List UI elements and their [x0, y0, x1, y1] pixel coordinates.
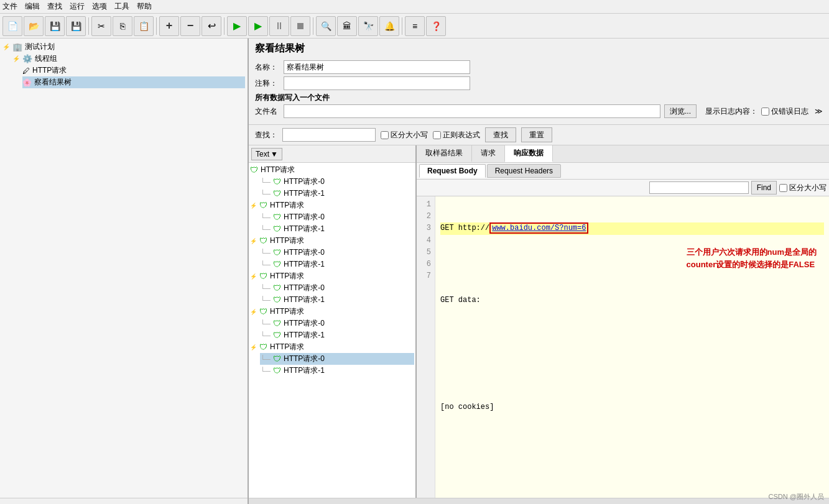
shield-icon: 🛡: [273, 177, 281, 186]
open-button[interactable]: 📂: [24, 16, 44, 36]
menu-tools[interactable]: 工具: [114, 1, 129, 12]
list-item[interactable]: └─ 🛡 HTTP请求-0: [260, 176, 414, 188]
content-find-button[interactable]: Find: [751, 181, 777, 195]
form-area: 察看结果树 名称： 注释： 所有数据写入一个文件 文件名 浏览... 显示日志内…: [249, 39, 829, 125]
shield-icon: 🛡: [273, 295, 281, 305]
list-item-label: HTTP请求: [270, 236, 304, 246]
shield-icon: 🛡: [259, 342, 267, 352]
tree-item-thread[interactable]: ⚡ ⚙️ 线程组: [12, 53, 245, 65]
content-find-input[interactable]: [649, 181, 749, 194]
error-only-checkbox-label[interactable]: 仅错误日志: [761, 106, 808, 117]
search2-button[interactable]: 🏛: [337, 16, 357, 36]
list-item[interactable]: └─ 🛡 HTTP请求-0: [260, 211, 414, 223]
content-case-label[interactable]: 区分大小写: [779, 183, 827, 193]
tab-request[interactable]: 请求: [472, 145, 505, 162]
code-line-5: [440, 366, 824, 378]
filename-input[interactable]: [284, 104, 660, 118]
error-only-label: 仅错误日志: [771, 106, 808, 117]
regex-label[interactable]: 正则表达式: [433, 130, 480, 140]
list-item[interactable]: └─ 🛡 HTTP请求-1: [260, 329, 414, 341]
case-sensitive-checkbox[interactable]: [381, 131, 389, 139]
connector-icon: └─: [260, 284, 271, 293]
pause-button[interactable]: ⏸: [269, 16, 289, 36]
tree-item-http[interactable]: 🖊 HTTP请求: [22, 65, 245, 76]
regex-checkbox[interactable]: [433, 131, 441, 139]
list-item-label: HTTP请求: [270, 271, 304, 282]
line-num-3: 3: [420, 222, 431, 234]
list-item-label: HTTP请求-1: [284, 259, 325, 270]
name-label: 名称：: [255, 62, 280, 73]
panel-title: 察看结果树: [255, 42, 823, 55]
run-all-button[interactable]: ▶: [248, 16, 268, 36]
list-item-selected[interactable]: └─ 🛡 HTTP请求-0: [260, 353, 414, 365]
list-item[interactable]: └─ 🛡 HTTP请求-1: [260, 188, 414, 199]
sub-tab-request-headers[interactable]: Request Headers: [487, 164, 561, 178]
shield-icon: 🛡: [259, 272, 267, 281]
help-button[interactable]: ❓: [426, 16, 446, 36]
connector-icon: └─: [260, 213, 271, 222]
list-item[interactable]: └─ 🛡 HTTP请求-0: [260, 282, 414, 294]
bell-button[interactable]: 🔔: [379, 16, 399, 36]
list-item[interactable]: └─ 🛡 HTTP请求-0: [260, 318, 414, 329]
list-item[interactable]: ⚡ 🛡 HTTP请求: [250, 306, 414, 318]
code-content: GET http://www.baidu.com/S?num=6 GET dat…: [435, 196, 829, 498]
shield-icon: 🛡: [273, 331, 281, 340]
list-button[interactable]: ≡: [405, 16, 425, 36]
tree-item-view-result[interactable]: 🌸 察看结果树: [22, 76, 245, 88]
binocular-button[interactable]: 🔭: [358, 16, 378, 36]
list-item-label: HTTP请求-0: [284, 247, 325, 258]
find-label: 查找：: [255, 130, 277, 140]
menu-edit[interactable]: 编辑: [25, 1, 40, 12]
find-input[interactable]: [282, 128, 376, 142]
list-item[interactable]: └─ 🛡 HTTP请求-1: [260, 365, 414, 377]
browse-button[interactable]: 浏览...: [664, 104, 697, 118]
menu-help[interactable]: 帮助: [137, 1, 152, 12]
connector-icon: └─: [260, 367, 271, 375]
list-item[interactable]: ⚡ 🛡 HTTP请求: [250, 199, 414, 211]
name-input[interactable]: [284, 60, 470, 74]
error-only-checkbox[interactable]: [761, 108, 769, 116]
search1-button[interactable]: 🔍: [316, 16, 336, 36]
list-item[interactable]: 🛡 HTTP请求: [250, 164, 414, 176]
text-dropdown[interactable]: Text ▼: [251, 148, 282, 160]
list-item[interactable]: └─ 🛡 HTTP请求-1: [260, 223, 414, 235]
watermark: CSDN @圈外人员: [769, 492, 824, 502]
list-item[interactable]: ⚡ 🛡 HTTP请求: [250, 235, 414, 247]
cut-button[interactable]: ✂: [91, 16, 111, 36]
new-button[interactable]: 📄: [2, 16, 22, 36]
shield-icon: 🛡: [273, 354, 281, 364]
menu-find[interactable]: 查找: [47, 1, 62, 12]
list-item[interactable]: ⚡ 🛡 HTTP请求: [250, 270, 414, 282]
menu-options[interactable]: 选项: [92, 1, 107, 12]
tree-item-plan[interactable]: ⚡ 🏢 测试计划: [2, 41, 245, 53]
code-line-6: [no cookies]: [440, 401, 824, 413]
sub-tab-request-body[interactable]: Request Body: [419, 164, 486, 178]
paste-button[interactable]: 📋: [134, 16, 154, 36]
save-as-button[interactable]: 💾: [66, 16, 86, 36]
bottom-scrollbar[interactable]: [249, 498, 829, 504]
list-item[interactable]: ⚡ 🛡 HTTP请求: [250, 341, 414, 353]
remove-button[interactable]: −: [180, 16, 200, 36]
run-button[interactable]: ▶: [227, 16, 247, 36]
menu-run[interactable]: 运行: [70, 1, 85, 12]
list-item-label: HTTP请求-0: [284, 283, 325, 293]
shield-icon: 🛡: [273, 224, 281, 234]
find-button[interactable]: 查找: [485, 127, 516, 142]
case-sensitive-label[interactable]: 区分大小写: [381, 130, 428, 140]
tab-response-data[interactable]: 响应数据: [505, 145, 553, 162]
comment-input[interactable]: [284, 76, 470, 90]
tab-sampler-result[interactable]: 取样器结果: [417, 145, 472, 162]
horizontal-scrollbar[interactable]: [249, 498, 829, 504]
result-tree: Text ▼ 🛡 HTTP请求 └─ 🛡 HTTP请求-0: [249, 145, 417, 498]
add-button[interactable]: +: [159, 16, 179, 36]
menu-file[interactable]: 文件: [2, 1, 17, 12]
list-item[interactable]: └─ 🛡 HTTP请求-0: [260, 247, 414, 259]
undo-button[interactable]: ↩: [201, 16, 221, 36]
stop-button[interactable]: ⏹: [290, 16, 310, 36]
content-case-checkbox[interactable]: [779, 184, 787, 192]
reset-button[interactable]: 重置: [521, 127, 552, 142]
save-button[interactable]: 💾: [45, 16, 65, 36]
list-item[interactable]: └─ 🛡 HTTP请求-1: [260, 259, 414, 270]
copy-button[interactable]: ⎘: [113, 16, 132, 36]
list-item[interactable]: └─ 🛡 HTTP请求-1: [260, 294, 414, 306]
